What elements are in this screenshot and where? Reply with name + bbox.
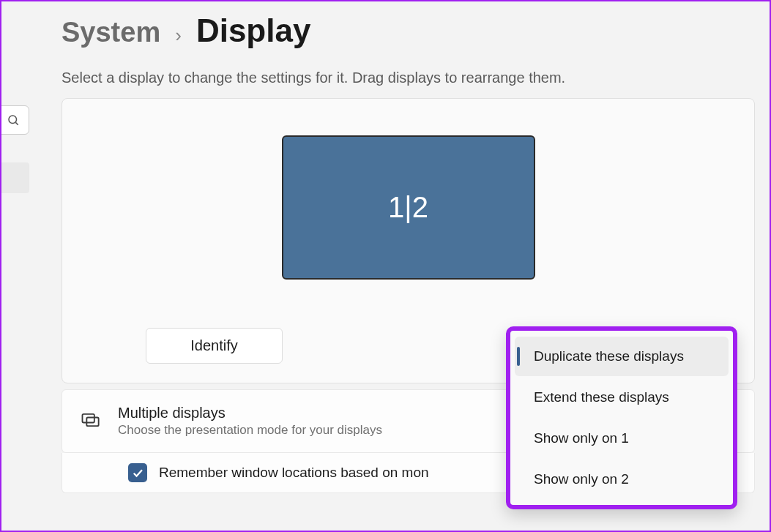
identify-button[interactable]: Identify <box>146 328 282 364</box>
chevron-right-icon: › <box>175 24 182 47</box>
dropdown-option-extend[interactable]: Extend these displays <box>515 378 729 417</box>
breadcrumb-current: Display <box>196 12 311 49</box>
search-input-box[interactable] <box>0 105 29 135</box>
svg-rect-2 <box>83 413 94 422</box>
remember-locations-label: Remember window locations based on mon <box>159 465 429 481</box>
displays-icon <box>80 410 100 433</box>
page-subtitle: Select a display to change the settings … <box>62 70 755 86</box>
svg-line-1 <box>15 122 18 124</box>
breadcrumb-parent[interactable]: System <box>62 17 160 48</box>
check-icon <box>131 466 144 479</box>
svg-point-0 <box>9 116 17 124</box>
display-mode-dropdown: Duplicate these displays Extend these di… <box>506 326 737 509</box>
monitor-thumbnail[interactable]: 1|2 <box>282 135 535 280</box>
dropdown-option-duplicate[interactable]: Duplicate these displays <box>515 337 729 376</box>
sidebar-item-active[interactable] <box>0 162 29 193</box>
svg-rect-3 <box>86 417 98 426</box>
search-icon <box>7 113 20 127</box>
dropdown-option-show-only-2[interactable]: Show only on 2 <box>515 460 729 499</box>
dropdown-option-show-only-1[interactable]: Show only on 1 <box>515 419 729 458</box>
breadcrumb: System › Display <box>62 12 755 49</box>
remember-locations-checkbox[interactable] <box>128 463 147 482</box>
